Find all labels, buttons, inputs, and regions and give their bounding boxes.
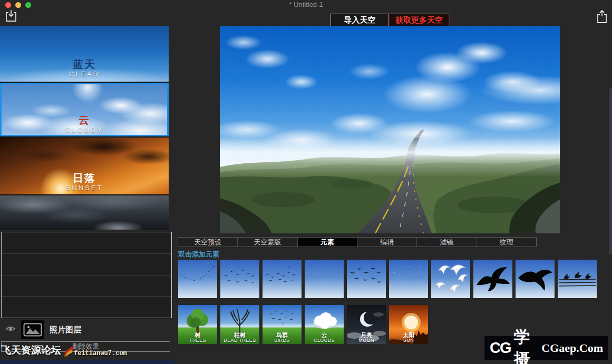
element-birds-wave-line[interactable]: [178, 260, 217, 298]
layer-slot: [2, 276, 171, 297]
element-birds-flock-scattered[interactable]: [220, 260, 259, 298]
watermark-brand-name: 学摄: [514, 326, 539, 364]
preset-clear-zh-label: 蓝天: [0, 58, 169, 71]
close-button[interactable]: [5, 2, 11, 8]
preset-cloudy-en-label: CLOUDY: [2, 126, 167, 134]
element-crescent-moon[interactable]: 月亮MOON: [347, 305, 386, 344]
preset-cloudy-sky-selected[interactable]: 云 CLOUDY: [0, 83, 169, 136]
import-sky-button[interactable]: 导入天空: [331, 14, 389, 27]
watermark-site-domain: feitianwu7.com: [74, 350, 127, 357]
element-tree[interactable]: 树TREES: [178, 305, 217, 344]
canvas-image[interactable]: [220, 26, 560, 233]
tab-sky-presets[interactable]: 天空预设: [178, 238, 238, 247]
phoenix-swoosh-icon: [62, 346, 74, 361]
element-eagle-gliding[interactable]: [516, 260, 555, 298]
element-tree-en: TREES: [178, 338, 217, 343]
preset-sunset-en-label: SUNSET: [0, 184, 169, 192]
visibility-eye-icon[interactable]: [5, 325, 16, 335]
element-bird-flock[interactable]: 鸟群BIRDS: [263, 305, 302, 344]
element-dead-tree[interactable]: 枯树DEAD TREES: [220, 305, 259, 344]
preset-sunset-zh-label: 日落: [0, 172, 169, 184]
window-controls: [5, 2, 31, 8]
share-export-icon[interactable]: [596, 9, 608, 26]
element-birds-flock-spread[interactable]: [263, 260, 302, 298]
element-birds-distant-sparse-light[interactable]: [389, 260, 428, 298]
zoom-button[interactable]: [25, 2, 31, 8]
preset-storm-sky[interactable]: [0, 195, 169, 230]
preset-clear-en-label: CLEAR: [0, 71, 169, 78]
element-birds-distant-faint[interactable]: [305, 260, 344, 298]
watermark-site-name: 飞天资源论坛: [1, 343, 61, 357]
tab-elements[interactable]: 元素: [298, 238, 357, 247]
element-birds-on-wires[interactable]: [558, 260, 597, 298]
preset-cloudy-zh-label: 云: [2, 114, 167, 126]
layer-slot: [2, 254, 171, 276]
import-download-icon[interactable]: [4, 9, 18, 25]
minimize-button[interactable]: [15, 2, 21, 8]
photo-layer-row[interactable]: 照片图层: [0, 318, 172, 341]
photo-layer-label: 照片图层: [50, 325, 81, 335]
screen-edge-artifact: [609, 88, 612, 254]
double-click-hint: 双击添加元素: [178, 250, 219, 259]
panel-tabbar: 天空预设 天空蒙版 元素 编辑 滤镜 纹理: [178, 237, 537, 247]
element-birds-flock-bold[interactable]: [347, 260, 386, 298]
preset-sunset-sky[interactable]: 日落 SUNSET: [0, 137, 169, 194]
element-dead-tree-en: DEAD TREES: [220, 338, 259, 343]
sky-actions: 导入天空 获取更多天空: [330, 13, 450, 27]
image-placeholder-icon: [23, 323, 42, 337]
layer-slot: [2, 232, 171, 254]
tab-edit[interactable]: 编辑: [357, 238, 417, 247]
element-cloud-en: CLOUDS: [305, 338, 344, 343]
tab-texture[interactable]: 纹理: [477, 238, 536, 247]
watermark-brand-domain: CGaep.Com: [541, 341, 603, 355]
tab-filters[interactable]: 滤镜: [417, 238, 477, 247]
sky-preset-sidebar: 蓝天 CLEAR 云 CLOUDY 日落 SUNSET: [0, 26, 169, 230]
watermark-cgaep: CG 学摄 CGaep.Com: [484, 336, 609, 360]
get-more-skies-button[interactable]: 获取更多天空: [389, 14, 449, 27]
element-eagle-soaring[interactable]: [473, 260, 512, 298]
skylum-sky-editor-window: * Untitled-1 导入天空 获取更多天空 蓝天 CLEAR 云 CLOU…: [0, 0, 612, 364]
tab-sky-mask[interactable]: 天空蒙版: [238, 238, 297, 247]
element-moon-en: MOON: [347, 338, 386, 343]
element-white-doves[interactable]: [431, 260, 470, 298]
element-cloud[interactable]: 云CLOUDS: [305, 305, 344, 344]
preset-clear-sky[interactable]: 蓝天 CLEAR: [0, 26, 169, 82]
horizon-haze: [220, 26, 560, 233]
element-bird-flock-en: BIRDS: [263, 338, 302, 343]
window-title: * Untitled-1: [289, 1, 323, 8]
cg-monogram-logo: CG: [490, 339, 511, 357]
watermark-feitianwu: 飞天资源论坛 feitianwu7.com: [0, 341, 137, 364]
photo-layer-thumbnail: [21, 320, 44, 339]
layer-slot: [2, 297, 171, 318]
element-sun-en: SUN: [389, 338, 428, 343]
layer-list: [1, 232, 172, 318]
element-setting-sun[interactable]: 太阳SUN: [389, 305, 428, 344]
